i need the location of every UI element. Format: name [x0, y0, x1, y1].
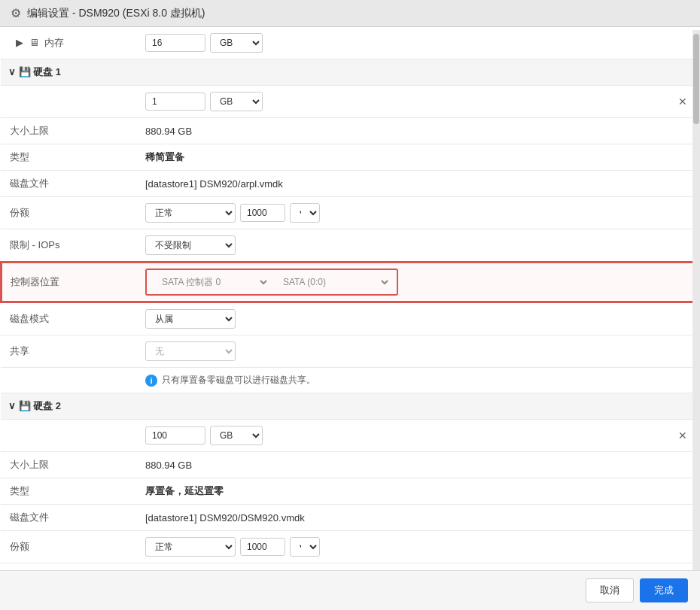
disk2-icon: 💾 — [19, 400, 34, 411]
disk1-header-cell: ∨ 💾 硬盘 1 — [1, 59, 699, 86]
disk2-type-label: 类型 — [1, 478, 136, 505]
disk2-unit-select[interactable]: GB — [210, 426, 263, 445]
disk1-iops-select[interactable]: 不受限制 — [145, 235, 236, 255]
settings-icon: ⚙ — [11, 6, 21, 20]
disk1-type-label: 类型 — [1, 144, 136, 171]
disk1-iops-cell: 不受限制 — [136, 229, 666, 263]
memory-row: ▶ 🖥 内存 GB — [1, 27, 699, 59]
disk1-sharing-label: 共享 — [1, 335, 136, 368]
disk1-controller-select[interactable]: SATA 控制器 0 — [153, 273, 269, 291]
disk1-size-row: GB ✕ — [1, 86, 699, 118]
disk1-controller-pos-select[interactable]: SATA (0:0) — [274, 273, 391, 291]
cancel-button[interactable]: 取消 — [586, 578, 634, 602]
disk1-file-label: 磁盘文件 — [1, 171, 136, 197]
disk1-sharing-note-row: i 只有厚置备零磁盘可以进行磁盘共享。 — [1, 368, 699, 393]
disk1-iops-row: 限制 - IOPs 不受限制 — [1, 229, 699, 263]
memory-unit-select[interactable]: GB — [210, 33, 263, 53]
disk2-header-cell: ∨ 💾 硬盘 2 — [1, 393, 699, 420]
disk1-sharing-cell: 无 — [136, 335, 666, 368]
disk1-controller-cell: SATA 控制器 0 SATA (0:0) — [136, 262, 666, 302]
disk1-sharing-select[interactable]: 无 — [145, 341, 236, 361]
disk2-size-label — [1, 420, 136, 452]
title-bar: ⚙ 编辑设置 - DSM920 (ESXi 8.0 虚拟机) — [0, 0, 700, 27]
disk2-size-cell: GB — [136, 420, 666, 452]
disk2-type-value: 厚置备，延迟置零 — [136, 478, 666, 505]
disk1-share-label: 份额 — [1, 197, 136, 229]
disk2-size-row: GB ✕ — [1, 420, 699, 452]
disk2-share-label: 份额 — [1, 531, 136, 563]
disk1-size-label — [1, 86, 136, 118]
disk2-header-label: 硬盘 2 — [33, 400, 61, 411]
disk2-type-row: 类型 厚置备，延迟置零 — [1, 478, 699, 505]
memory-value-cell: GB — [136, 27, 666, 59]
window: ⚙ 编辑设置 - DSM920 (ESXi 8.0 虚拟机) ▶ 🖥 内存 — [0, 0, 700, 610]
ok-button[interactable]: 完成 — [640, 578, 688, 602]
memory-label: ▶ 🖥 内存 — [1, 27, 136, 59]
footer-bar: 取消 完成 — [0, 570, 700, 610]
disk1-controller-label: 控制器位置 — [1, 262, 136, 302]
disk1-share-unit[interactable]: ▾ — [290, 203, 320, 223]
memory-input[interactable] — [145, 34, 205, 52]
disk1-maxsize-value: 880.94 GB — [136, 118, 666, 144]
disk2-iops-cell: 不受限制 — [136, 563, 666, 570]
content-area: ▶ 🖥 内存 GB — [0, 27, 700, 569]
disk1-header-row: ∨ 💾 硬盘 1 — [1, 59, 699, 86]
disk1-maxsize-row: 大小上限 880.94 GB — [1, 118, 699, 144]
disk1-share-cell: 正常 ▾ — [136, 197, 666, 229]
sharing-note-text: 只有厚置备零磁盘可以进行磁盘共享。 — [162, 374, 315, 387]
disk2-file-row: 磁盘文件 [datastore1] DSM920/DSM920.vmdk — [1, 505, 699, 531]
disk1-close-button[interactable]: ✕ — [675, 96, 690, 108]
disk2-size-input[interactable] — [145, 426, 205, 445]
disk1-type-row: 类型 稀简置备 — [1, 144, 699, 171]
disk2-close-button[interactable]: ✕ — [675, 429, 690, 442]
disk1-collapse-icon: ∨ — [8, 66, 19, 77]
disk1-controller-row: 控制器位置 SATA 控制器 0 SATA (0:0) — [1, 262, 699, 302]
disk2-file-value: [datastore1] DSM920/DSM920.vmdk — [136, 505, 666, 531]
disk2-share-select[interactable]: 正常 — [145, 537, 236, 557]
disk2-share-num[interactable] — [240, 538, 285, 556]
disk2-iops-row: 限制 - IOPs 不受限制 — [1, 563, 699, 570]
disk1-mode-label: 磁盘模式 — [1, 302, 136, 335]
disk2-iops-label: 限制 - IOPs — [1, 563, 136, 570]
disk1-share-num[interactable] — [240, 204, 285, 222]
disk2-file-label: 磁盘文件 — [1, 505, 136, 531]
disk1-type-value: 稀简置备 — [136, 144, 666, 171]
disk1-mode-row: 磁盘模式 从属 — [1, 302, 699, 335]
disk1-file-value: [datastore1] DSM920/arpl.vmdk — [136, 171, 666, 197]
disk2-share-cell: 正常 ▾ — [136, 531, 666, 563]
disk2-share-unit[interactable]: ▾ — [290, 537, 320, 557]
disk1-share-select[interactable]: 正常 — [145, 203, 236, 223]
disk1-mode-cell: 从属 — [136, 302, 666, 335]
disk1-mode-select[interactable]: 从属 — [145, 309, 236, 329]
disk1-iops-label: 限制 - IOPs — [1, 229, 136, 263]
info-icon: i — [145, 375, 157, 387]
disk2-maxsize-label: 大小上限 — [1, 452, 136, 478]
scrollbar[interactable] — [692, 30, 700, 572]
disk1-share-row: 份额 正常 ▾ — [1, 197, 699, 229]
disk2-maxsize-row: 大小上限 880.94 GB — [1, 452, 699, 478]
disk2-collapse-icon: ∨ — [8, 400, 19, 411]
disk1-size-input[interactable] — [145, 93, 205, 111]
disk1-size-cell: GB — [136, 86, 666, 118]
disk1-unit-select[interactable]: GB — [210, 92, 263, 111]
disk1-maxsize-label: 大小上限 — [1, 118, 136, 144]
disk1-header-label: 硬盘 1 — [33, 66, 61, 77]
settings-table: ▶ 🖥 内存 GB — [0, 27, 700, 569]
disk1-sharing-note-cell: i 只有厚置备零磁盘可以进行磁盘共享。 — [136, 368, 666, 393]
disk2-header-row: ∨ 💾 硬盘 2 — [1, 393, 699, 420]
disk2-maxsize-value: 880.94 GB — [136, 452, 666, 478]
disk2-share-row: 份额 正常 ▾ — [1, 531, 699, 563]
disk1-icon: 💾 — [19, 66, 34, 77]
scrollbar-thumb[interactable] — [693, 34, 699, 124]
window-title: 编辑设置 - DSM920 (ESXi 8.0 虚拟机) — [27, 7, 205, 20]
disk1-file-row: 磁盘文件 [datastore1] DSM920/arpl.vmdk — [1, 171, 699, 197]
disk1-sharing-row: 共享 无 — [1, 335, 699, 368]
